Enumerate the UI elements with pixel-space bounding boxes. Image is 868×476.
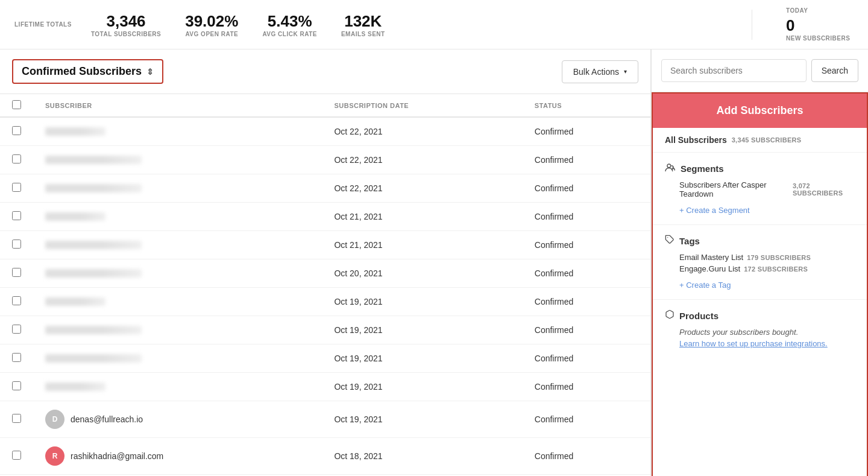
stats-bar: LIFETIME TOTALS 3,346 TOTAL SUBSCRIBERS … (0, 0, 868, 49)
blurred-subscriber-name (45, 269, 142, 278)
row-checkbox-11[interactable] (12, 451, 21, 460)
row-checkbox-cell[interactable] (0, 259, 33, 288)
row-checkbox-cell[interactable] (0, 438, 33, 475)
create-segment-link[interactable]: + Create a Segment (679, 206, 750, 215)
svg-point-0 (667, 164, 671, 168)
row-checkbox-2[interactable] (12, 183, 21, 192)
bulk-actions-label: Bulk Actions (573, 67, 619, 77)
create-tag-link[interactable]: + Create a Tag (679, 281, 731, 290)
subscriber-cell[interactable] (33, 146, 322, 174)
avg-click-rate-value: 5.43% (262, 12, 317, 31)
subscription-date: Oct 19, 2021 (322, 316, 522, 344)
segment-item[interactable]: Subscribers After Casper Teardown 3,072 … (679, 180, 855, 198)
status-badge: Confirmed (523, 203, 650, 231)
products-title: Products (679, 311, 719, 321)
new-subscribers-value: 0 (786, 16, 794, 35)
segment-count: 3,072 SUBSCRIBERS (793, 182, 855, 197)
select-all-header[interactable] (0, 94, 33, 117)
all-subscribers-count: 3,345 SUBSCRIBERS (732, 136, 802, 144)
total-subscribers-label: TOTAL SUBSCRIBERS (91, 31, 161, 37)
table-row: Oct 19, 2021Confirmed (0, 316, 650, 344)
segment-name: Subscribers After Casper Teardown (679, 180, 789, 198)
tags-title-row: Tags (665, 235, 855, 247)
total-subscribers-value: 3,346 (91, 12, 161, 31)
row-checkbox-0[interactable] (12, 126, 21, 135)
left-panel: Confirmed Subscribers ⇕ Bulk Actions ▾ S… (0, 49, 651, 476)
subscriber-cell[interactable] (33, 203, 322, 231)
row-checkbox-9[interactable] (12, 381, 21, 390)
search-input[interactable] (661, 59, 807, 82)
subscribers-table-body: Oct 22, 2021ConfirmedOct 22, 2021Confirm… (0, 117, 650, 475)
blurred-subscriber-name (45, 184, 142, 192)
row-checkbox-6[interactable] (12, 296, 21, 305)
subscription-date: Oct 19, 2021 (322, 288, 522, 316)
tag-name-2: Engage.Guru List (679, 264, 740, 273)
status-badge: Confirmed (523, 401, 650, 438)
row-checkbox-1[interactable] (12, 154, 21, 163)
tag-name-1: Email Mastery List (679, 253, 743, 262)
add-subscribers-button[interactable]: Add Subscribers (653, 94, 867, 128)
subscriber-cell[interactable]: Ddenas@fullreach.io (33, 401, 322, 438)
row-checkbox-cell[interactable] (0, 316, 33, 344)
bulk-actions-button[interactable]: Bulk Actions ▾ (562, 60, 638, 83)
subscriber-cell[interactable] (33, 259, 322, 288)
table-row: Oct 21, 2021Confirmed (0, 231, 650, 259)
row-checkbox-5[interactable] (12, 268, 21, 277)
row-checkbox-cell[interactable] (0, 231, 33, 259)
row-checkbox-7[interactable] (12, 325, 21, 334)
subscription-date: Oct 22, 2021 (322, 146, 522, 174)
row-checkbox-8[interactable] (12, 353, 21, 362)
blurred-subscriber-name (45, 297, 105, 306)
subscriber-cell[interactable] (33, 231, 322, 259)
subscriber-cell[interactable] (33, 288, 322, 316)
avg-open-rate-stat: 39.02% AVG OPEN RATE (185, 12, 238, 37)
products-learn-link[interactable]: Learn how to set up purchase integration… (679, 339, 828, 348)
tag-item-2[interactable]: Engage.Guru List 172 SUBSCRIBERS (679, 264, 855, 273)
subscriber-cell[interactable]: Rrashikhadria@gmail.com (33, 438, 322, 475)
row-checkbox-4[interactable] (12, 240, 21, 249)
row-checkbox-cell[interactable] (0, 117, 33, 146)
subscription-date: Oct 21, 2021 (322, 203, 522, 231)
table-row: Oct 19, 2021Confirmed (0, 373, 650, 401)
lifetime-totals-label: LIFETIME TOTALS (14, 21, 72, 28)
table-row: Oct 22, 2021Confirmed (0, 174, 650, 203)
subscriber-cell[interactable] (33, 117, 322, 146)
tags-title: Tags (679, 236, 700, 246)
blurred-subscriber-name (45, 212, 105, 221)
table-row: Oct 22, 2021Confirmed (0, 146, 650, 174)
subscriber-cell[interactable] (33, 174, 322, 203)
status-badge: Confirmed (523, 438, 650, 475)
avatar: R (45, 446, 64, 466)
subscription-date-col-header: SUBSCRIPTION DATE (322, 94, 522, 117)
row-checkbox-cell[interactable] (0, 288, 33, 316)
tag-item-1[interactable]: Email Mastery List 179 SUBSCRIBERS (679, 253, 855, 262)
avatar: D (45, 410, 64, 429)
select-all-checkbox[interactable] (12, 100, 21, 109)
emails-sent-value: 132K (341, 12, 385, 31)
search-button[interactable]: Search (811, 59, 858, 82)
main-layout: Confirmed Subscribers ⇕ Bulk Actions ▾ S… (0, 49, 868, 476)
status-badge: Confirmed (523, 174, 650, 203)
all-subscribers-row[interactable]: All Subscribers 3,345 SUBSCRIBERS (653, 128, 867, 153)
status-badge: Confirmed (523, 288, 650, 316)
segments-title: Segments (681, 163, 724, 174)
tag-icon (665, 235, 675, 247)
status-badge: Confirmed (523, 259, 650, 288)
stats-divider (752, 10, 752, 40)
row-checkbox-10[interactable] (12, 414, 21, 423)
row-checkbox-cell[interactable] (0, 373, 33, 401)
subscriber-cell[interactable] (33, 344, 322, 373)
lifetime-stats: LIFETIME TOTALS 3,346 TOTAL SUBSCRIBERS … (0, 12, 752, 37)
row-checkbox-cell[interactable] (0, 401, 33, 438)
row-checkbox-cell[interactable] (0, 174, 33, 203)
subscriber-cell[interactable] (33, 316, 322, 344)
row-checkbox-cell[interactable] (0, 203, 33, 231)
products-title-row: Products (665, 309, 855, 322)
subscriber-cell[interactable] (33, 373, 322, 401)
row-checkbox-cell[interactable] (0, 146, 33, 174)
filter-select[interactable]: Confirmed Subscribers ⇕ (12, 59, 163, 84)
sidebar-content: Add Subscribers All Subscribers 3,345 SU… (652, 92, 868, 476)
row-checkbox-3[interactable] (12, 211, 21, 220)
search-bar: Search (652, 49, 868, 92)
row-checkbox-cell[interactable] (0, 344, 33, 373)
